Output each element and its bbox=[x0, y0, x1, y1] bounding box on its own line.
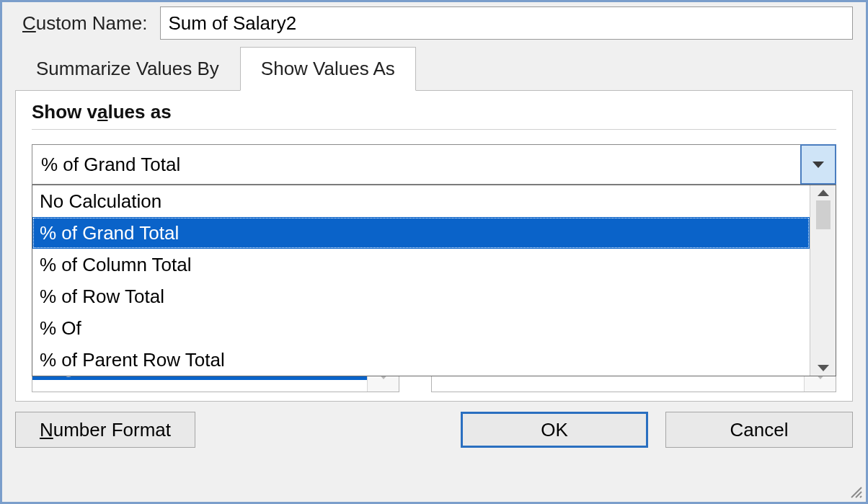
value-field-settings-dialog: Custom Name: Summarize Values By Show Va… bbox=[0, 0, 868, 504]
ok-button[interactable]: OK bbox=[461, 412, 648, 448]
divider bbox=[32, 129, 836, 130]
custom-name-row: Custom Name: bbox=[2, 2, 866, 47]
resize-grip-icon[interactable] bbox=[847, 483, 863, 499]
tab-panel-show-values-as: Show values as % of Grand Total No Calcu… bbox=[15, 90, 853, 402]
combo-dropdown-button[interactable] bbox=[800, 144, 836, 185]
scroll-up-icon[interactable] bbox=[818, 190, 829, 196]
option-percent-grand-total[interactable]: % of Grand Total bbox=[32, 217, 810, 249]
svg-line-2 bbox=[860, 496, 862, 498]
scroll-thumb[interactable] bbox=[816, 200, 831, 229]
tab-area: Summarize Values By Show Values As Show … bbox=[15, 47, 853, 402]
number-format-button[interactable]: Number Format bbox=[15, 412, 195, 448]
option-no-calculation[interactable]: No Calculation bbox=[32, 185, 810, 217]
cancel-button[interactable]: Cancel bbox=[665, 412, 853, 448]
option-percent-parent-row-total[interactable]: % of Parent Row Total bbox=[32, 344, 810, 376]
tab-summarize-values-by[interactable]: Summarize Values By bbox=[15, 47, 240, 91]
combo-selected-value: % of Grand Total bbox=[32, 144, 800, 185]
tab-row: Summarize Values By Show Values As bbox=[15, 47, 853, 91]
option-percent-column-total[interactable]: % of Column Total bbox=[32, 249, 810, 280]
option-percent-of[interactable]: % Of bbox=[32, 312, 810, 344]
dropdown-scrollbar[interactable] bbox=[810, 185, 836, 376]
combo-dropdown-list: No Calculation % of Grand Total % of Col… bbox=[32, 185, 836, 376]
chevron-down-icon bbox=[812, 162, 824, 168]
section-title: Show values as bbox=[32, 101, 836, 123]
custom-name-input[interactable] bbox=[160, 6, 853, 40]
scroll-down-icon[interactable] bbox=[818, 365, 829, 371]
custom-name-label: Custom Name: bbox=[22, 12, 147, 35]
dropdown-items: No Calculation % of Grand Total % of Col… bbox=[32, 185, 810, 376]
show-values-as-combo[interactable]: % of Grand Total No Calculation % of Gra… bbox=[32, 144, 836, 185]
dialog-button-row: Number Format OK Cancel bbox=[2, 402, 866, 448]
tab-show-values-as[interactable]: Show Values As bbox=[240, 47, 416, 91]
option-percent-row-total[interactable]: % of Row Total bbox=[32, 280, 810, 312]
